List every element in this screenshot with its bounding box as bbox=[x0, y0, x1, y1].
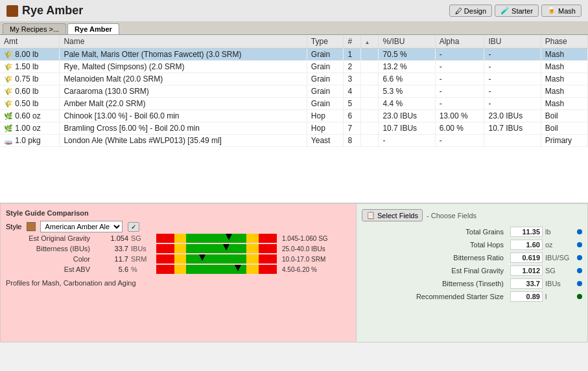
tabs-area: My Recipes >... Rye Amber bbox=[0, 22, 588, 35]
gauge-value: 5.6 bbox=[93, 265, 128, 273]
cell-pct: 13.2 % bbox=[379, 61, 435, 73]
cell-amt: 🌿 0.60 oz bbox=[0, 110, 60, 122]
ingredient-icon: 🌿 bbox=[4, 112, 13, 120]
col-ibu: IBU bbox=[484, 35, 541, 49]
starter-button[interactable]: 🧪 Starter bbox=[495, 5, 539, 17]
col-num: # bbox=[344, 35, 360, 49]
cell-amt: 🌾 1.50 lb bbox=[0, 61, 60, 73]
gauge-marker bbox=[223, 244, 229, 251]
gauge-range: 25.0-40.0 IBUs bbox=[279, 245, 351, 253]
stat-row: Est Final Gravity 1.012 SG bbox=[362, 265, 582, 276]
design-button[interactable]: 🖊 Design bbox=[449, 5, 492, 17]
cell-num: 5 bbox=[344, 98, 360, 110]
table-row[interactable]: 🌾 8.00 lb Pale Malt, Maris Otter (Thomas… bbox=[0, 49, 588, 61]
cell-pct: - bbox=[379, 135, 435, 147]
stat-value: 11.35 bbox=[510, 227, 543, 237]
stat-dot bbox=[577, 281, 582, 286]
gauge-unit: IBUs bbox=[131, 245, 154, 253]
gauge-marker bbox=[226, 234, 232, 240]
cell-type: Grain bbox=[307, 85, 344, 98]
gauge-range: 10.0-17.0 SRM bbox=[279, 256, 351, 263]
cell-name: Caraaroma (130.0 SRM) bbox=[60, 85, 307, 98]
select-fields-button[interactable]: 📋 Select Fields bbox=[362, 209, 423, 221]
cell-name: Bramling Cross [6.00 %] - Boil 20.0 min bbox=[60, 122, 307, 135]
style-selector-row: Style American Amber Ale ✓ bbox=[6, 221, 351, 232]
cell-name: Amber Malt (22.0 SRM) bbox=[60, 98, 307, 110]
cell-phase: Mash bbox=[541, 49, 587, 61]
stat-unit: lb bbox=[545, 228, 574, 236]
stat-value: 1.012 bbox=[510, 265, 543, 276]
table-row[interactable]: 🧫 1.0 pkg London Ale (White Labs #WLP013… bbox=[0, 135, 588, 147]
cell-phase: Boil bbox=[541, 110, 587, 122]
cell-num: 8 bbox=[344, 135, 360, 147]
col-name: Name bbox=[60, 35, 307, 49]
table-row[interactable]: 🌾 0.75 lb Melanoiden Malt (20.0 SRM) Gra… bbox=[0, 73, 588, 85]
cell-type: Grain bbox=[307, 98, 344, 110]
stat-dot bbox=[577, 229, 582, 234]
table-row[interactable]: 🌾 0.60 lb Caraaroma (130.0 SRM) Grain 4 … bbox=[0, 85, 588, 98]
ingredient-icon: 🌾 bbox=[4, 63, 13, 71]
cell-ibu: - bbox=[484, 61, 541, 73]
style-dropdown[interactable]: American Amber Ale bbox=[40, 221, 123, 232]
col-amt: Amt bbox=[0, 35, 60, 49]
stat-row: Total Hops 1.60 oz bbox=[362, 240, 582, 250]
stat-row: Recommended Starter Size 0.89 l bbox=[362, 291, 582, 302]
ingredients-section: Amt Name Type # ▲ %/IBU Alpha IBU Phase … bbox=[0, 35, 588, 203]
gauge-range: 1.045-1.060 SG bbox=[279, 235, 351, 242]
cell-type: Grain bbox=[307, 61, 344, 73]
cell-name: Pale Malt, Maris Otter (Thomas Fawcett) … bbox=[60, 49, 307, 61]
col-sort[interactable]: ▲ bbox=[360, 35, 379, 49]
ingredient-icon: 🧫 bbox=[4, 137, 13, 144]
cell-phase: Mash bbox=[541, 61, 587, 73]
stat-dot bbox=[577, 294, 582, 299]
gauge-value: 33.7 bbox=[93, 245, 128, 253]
gauge-bar bbox=[156, 234, 277, 243]
cell-type: Grain bbox=[307, 49, 344, 61]
stat-row: Bitterness Ratio 0.619 IBU/SG bbox=[362, 253, 582, 263]
stat-row: Bitterness (Tinseth) 33.7 IBUs bbox=[362, 278, 582, 289]
choose-fields-label: - Choose Fields bbox=[427, 212, 476, 219]
gauge-label: Color bbox=[6, 255, 90, 263]
stats-panel: 📋 Select Fields - Choose Fields Total Gr… bbox=[357, 203, 588, 343]
stat-name: Bitterness Ratio bbox=[362, 254, 508, 262]
cell-phase: Mash bbox=[541, 98, 587, 110]
mash-button[interactable]: 🍺 Mash bbox=[541, 5, 582, 17]
stat-unit: IBU/SG bbox=[545, 254, 574, 262]
cell-num: 4 bbox=[344, 85, 360, 98]
design-icon: 🖊 bbox=[455, 7, 462, 15]
cell-num: 1 bbox=[344, 49, 360, 61]
cell-type: Hop bbox=[307, 110, 344, 122]
cell-sort bbox=[360, 122, 379, 135]
cell-pct: 4.4 % bbox=[379, 98, 435, 110]
table-row[interactable]: 🌾 1.50 lb Rye, Malted (Simpsons) (2.0 SR… bbox=[0, 61, 588, 73]
tab-rye-amber[interactable]: Rye Amber bbox=[67, 23, 119, 34]
gauge-range: 4.50-6.20 % bbox=[279, 266, 351, 273]
table-row[interactable]: 🌿 0.60 oz Chinook [13.00 %] - Boil 60.0 … bbox=[0, 110, 588, 122]
table-header-row: Amt Name Type # ▲ %/IBU Alpha IBU Phase bbox=[0, 35, 588, 49]
table-row[interactable]: 🌿 1.00 oz Bramling Cross [6.00 %] - Boil… bbox=[0, 122, 588, 135]
cell-alpha: - bbox=[435, 135, 484, 147]
cell-alpha: - bbox=[435, 98, 484, 110]
gauge-value: 1.054 bbox=[93, 234, 128, 242]
style-guide-panel: Style Guide Comparison Style American Am… bbox=[0, 203, 357, 343]
cell-ibu bbox=[484, 135, 541, 147]
cell-name: Rye, Malted (Simpsons) (2.0 SRM) bbox=[60, 61, 307, 73]
cell-amt: 🌾 0.60 lb bbox=[0, 85, 60, 98]
cell-pct: 6.6 % bbox=[379, 73, 435, 85]
ingredient-icon: 🌾 bbox=[4, 87, 13, 95]
tab-my-recipes[interactable]: My Recipes >... bbox=[3, 23, 66, 34]
cell-phase: Mash bbox=[541, 85, 587, 98]
stat-name: Total Grains bbox=[362, 228, 508, 236]
ingredient-icon: 🌿 bbox=[4, 124, 13, 132]
stat-dot bbox=[577, 242, 582, 247]
cell-num: 3 bbox=[344, 73, 360, 85]
cell-sort bbox=[360, 61, 379, 73]
cell-amt: 🌾 0.50 lb bbox=[0, 98, 60, 110]
stat-name: Recommended Starter Size bbox=[362, 293, 508, 300]
style-check-button[interactable]: ✓ bbox=[128, 222, 139, 232]
stat-dot bbox=[577, 268, 582, 273]
gauge-bar bbox=[156, 265, 277, 274]
table-row[interactable]: 🌾 0.50 lb Amber Malt (22.0 SRM) Grain 5 … bbox=[0, 98, 588, 110]
style-label: Style bbox=[6, 223, 21, 230]
cell-alpha: - bbox=[435, 85, 484, 98]
